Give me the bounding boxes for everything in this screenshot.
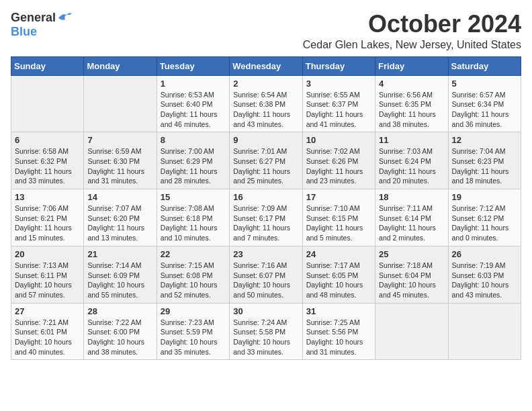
day-of-week-header: Thursday	[302, 56, 375, 75]
day-number: 14	[87, 192, 152, 202]
day-info: Sunrise: 7:01 AM Sunset: 6:27 PM Dayligh…	[233, 146, 298, 186]
month-title: October 2024	[303, 11, 521, 38]
day-number: 5	[452, 79, 517, 89]
day-info: Sunrise: 7:12 AM Sunset: 6:12 PM Dayligh…	[452, 203, 517, 243]
calendar-cell: 15Sunrise: 7:08 AM Sunset: 6:18 PM Dayli…	[157, 189, 229, 246]
day-info: Sunrise: 7:13 AM Sunset: 6:11 PM Dayligh…	[15, 261, 80, 300]
day-number: 24	[306, 249, 371, 259]
day-info: Sunrise: 7:09 AM Sunset: 6:17 PM Dayligh…	[233, 203, 298, 243]
day-info: Sunrise: 7:08 AM Sunset: 6:18 PM Dayligh…	[161, 203, 226, 243]
calendar-cell	[448, 303, 521, 360]
day-info: Sunrise: 6:57 AM Sunset: 6:34 PM Dayligh…	[452, 90, 517, 130]
calendar-cell: 25Sunrise: 7:18 AM Sunset: 6:04 PM Dayli…	[375, 246, 448, 303]
day-info: Sunrise: 7:02 AM Sunset: 6:26 PM Dayligh…	[306, 146, 371, 186]
calendar-cell: 14Sunrise: 7:07 AM Sunset: 6:20 PM Dayli…	[84, 189, 157, 246]
calendar-cell: 31Sunrise: 7:25 AM Sunset: 5:56 PM Dayli…	[302, 303, 375, 360]
calendar-cell: 1Sunrise: 6:53 AM Sunset: 6:40 PM Daylig…	[157, 75, 229, 132]
day-info: Sunrise: 7:03 AM Sunset: 6:24 PM Dayligh…	[379, 146, 444, 186]
day-info: Sunrise: 7:16 AM Sunset: 6:07 PM Dayligh…	[233, 261, 298, 300]
logo-bird-icon	[57, 11, 72, 24]
calendar-cell: 17Sunrise: 7:10 AM Sunset: 6:15 PM Dayli…	[302, 189, 375, 246]
day-number: 15	[161, 192, 226, 202]
day-number: 8	[161, 135, 226, 145]
day-number: 19	[452, 192, 517, 202]
day-of-week-header: Tuesday	[157, 56, 229, 75]
day-info: Sunrise: 7:10 AM Sunset: 6:15 PM Dayligh…	[306, 203, 371, 243]
day-info: Sunrise: 7:18 AM Sunset: 6:04 PM Dayligh…	[379, 261, 444, 300]
day-of-week-header: Sunday	[11, 56, 84, 75]
logo: General Blue	[11, 11, 72, 39]
day-number: 17	[306, 192, 371, 202]
day-info: Sunrise: 7:00 AM Sunset: 6:29 PM Dayligh…	[161, 146, 226, 186]
day-number: 25	[379, 249, 444, 259]
day-info: Sunrise: 6:59 AM Sunset: 6:30 PM Dayligh…	[87, 146, 152, 186]
day-number: 1	[161, 79, 226, 89]
calendar-cell: 7Sunrise: 6:59 AM Sunset: 6:30 PM Daylig…	[84, 132, 157, 189]
calendar-cell: 10Sunrise: 7:02 AM Sunset: 6:26 PM Dayli…	[302, 132, 375, 189]
day-number: 22	[161, 249, 226, 259]
calendar-cell: 30Sunrise: 7:24 AM Sunset: 5:58 PM Dayli…	[230, 303, 302, 360]
calendar-cell: 9Sunrise: 7:01 AM Sunset: 6:27 PM Daylig…	[230, 132, 302, 189]
calendar-cell: 19Sunrise: 7:12 AM Sunset: 6:12 PM Dayli…	[448, 189, 521, 246]
day-info: Sunrise: 7:06 AM Sunset: 6:21 PM Dayligh…	[15, 203, 80, 243]
calendar-cell: 5Sunrise: 6:57 AM Sunset: 6:34 PM Daylig…	[448, 75, 521, 132]
day-info: Sunrise: 7:15 AM Sunset: 6:08 PM Dayligh…	[161, 261, 226, 300]
day-info: Sunrise: 7:19 AM Sunset: 6:03 PM Dayligh…	[452, 261, 517, 300]
calendar-cell: 2Sunrise: 6:54 AM Sunset: 6:38 PM Daylig…	[230, 75, 302, 132]
day-number: 10	[306, 135, 371, 145]
day-info: Sunrise: 7:23 AM Sunset: 5:59 PM Dayligh…	[161, 318, 226, 357]
day-number: 2	[233, 79, 298, 89]
day-number: 28	[87, 306, 152, 316]
day-number: 31	[306, 306, 371, 316]
calendar-header-row: SundayMondayTuesdayWednesdayThursdayFrid…	[11, 56, 521, 75]
calendar-week-row: 6Sunrise: 6:58 AM Sunset: 6:32 PM Daylig…	[11, 132, 521, 189]
calendar-week-row: 13Sunrise: 7:06 AM Sunset: 6:21 PM Dayli…	[11, 189, 521, 246]
day-number: 20	[15, 249, 80, 259]
day-info: Sunrise: 7:04 AM Sunset: 6:23 PM Dayligh…	[452, 146, 517, 186]
calendar-cell: 24Sunrise: 7:17 AM Sunset: 6:05 PM Dayli…	[302, 246, 375, 303]
calendar-cell: 29Sunrise: 7:23 AM Sunset: 5:59 PM Dayli…	[157, 303, 229, 360]
day-number: 9	[233, 135, 298, 145]
day-info: Sunrise: 7:24 AM Sunset: 5:58 PM Dayligh…	[233, 318, 298, 357]
calendar-cell	[84, 75, 157, 132]
calendar-cell: 8Sunrise: 7:00 AM Sunset: 6:29 PM Daylig…	[157, 132, 229, 189]
day-number: 30	[233, 306, 298, 316]
calendar-table: SundayMondayTuesdayWednesdayThursdayFrid…	[11, 56, 521, 361]
day-number: 11	[379, 135, 444, 145]
day-info: Sunrise: 6:55 AM Sunset: 6:37 PM Dayligh…	[306, 90, 371, 130]
day-number: 4	[379, 79, 444, 89]
title-section: October 2024 Cedar Glen Lakes, New Jerse…	[303, 11, 521, 51]
calendar-cell: 22Sunrise: 7:15 AM Sunset: 6:08 PM Dayli…	[157, 246, 229, 303]
calendar-week-row: 20Sunrise: 7:13 AM Sunset: 6:11 PM Dayli…	[11, 246, 521, 303]
day-number: 18	[379, 192, 444, 202]
calendar-cell: 16Sunrise: 7:09 AM Sunset: 6:17 PM Dayli…	[230, 189, 302, 246]
day-number: 27	[15, 306, 80, 316]
page-header: General Blue October 2024 Cedar Glen Lak…	[11, 11, 521, 51]
calendar-cell	[375, 303, 448, 360]
logo-general-text: General	[11, 11, 56, 25]
day-number: 7	[87, 135, 152, 145]
day-info: Sunrise: 7:22 AM Sunset: 6:00 PM Dayligh…	[87, 318, 152, 357]
calendar-cell	[11, 75, 84, 132]
calendar-cell: 6Sunrise: 6:58 AM Sunset: 6:32 PM Daylig…	[11, 132, 84, 189]
day-number: 23	[233, 249, 298, 259]
day-info: Sunrise: 6:53 AM Sunset: 6:40 PM Dayligh…	[161, 90, 226, 130]
day-info: Sunrise: 7:25 AM Sunset: 5:56 PM Dayligh…	[306, 318, 371, 357]
calendar-cell: 13Sunrise: 7:06 AM Sunset: 6:21 PM Dayli…	[11, 189, 84, 246]
day-info: Sunrise: 7:21 AM Sunset: 6:01 PM Dayligh…	[15, 318, 80, 357]
day-number: 3	[306, 79, 371, 89]
day-of-week-header: Monday	[84, 56, 157, 75]
calendar-cell: 4Sunrise: 6:56 AM Sunset: 6:35 PM Daylig…	[375, 75, 448, 132]
day-number: 29	[161, 306, 226, 316]
day-info: Sunrise: 6:54 AM Sunset: 6:38 PM Dayligh…	[233, 90, 298, 130]
calendar-cell: 12Sunrise: 7:04 AM Sunset: 6:23 PM Dayli…	[448, 132, 521, 189]
calendar-cell: 20Sunrise: 7:13 AM Sunset: 6:11 PM Dayli…	[11, 246, 84, 303]
logo-blue-text: Blue	[11, 25, 37, 39]
calendar-week-row: 27Sunrise: 7:21 AM Sunset: 6:01 PM Dayli…	[11, 303, 521, 360]
calendar-cell: 11Sunrise: 7:03 AM Sunset: 6:24 PM Dayli…	[375, 132, 448, 189]
day-info: Sunrise: 7:14 AM Sunset: 6:09 PM Dayligh…	[87, 261, 152, 300]
day-number: 16	[233, 192, 298, 202]
day-number: 26	[452, 249, 517, 259]
day-of-week-header: Saturday	[448, 56, 521, 75]
calendar-cell: 18Sunrise: 7:11 AM Sunset: 6:14 PM Dayli…	[375, 189, 448, 246]
